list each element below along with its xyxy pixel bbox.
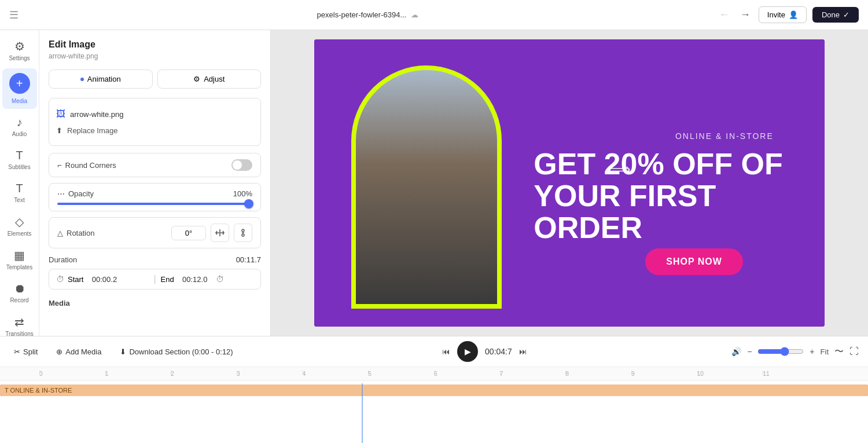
audio-icon: ♪ bbox=[17, 116, 23, 129]
done-label: Done bbox=[822, 10, 840, 19]
ruler-marks: 0 1 2 3 4 5 6 7 8 9 10 11 bbox=[39, 371, 829, 377]
edit-panel: Edit Image arrow-white.png Animation ⚙ A… bbox=[39, 30, 271, 336]
time-divider: | bbox=[153, 274, 156, 284]
tab-animation[interactable]: Animation bbox=[49, 69, 153, 89]
sidebar-item-templates[interactable]: ▦ Templates bbox=[2, 244, 37, 275]
opacity-label: ⋯ Opacity bbox=[57, 189, 94, 198]
rotation-row: △ Rotation bbox=[49, 217, 261, 248]
text-label: Text bbox=[14, 197, 24, 203]
sidebar-item-subtitles[interactable]: T Subtitles bbox=[2, 144, 37, 175]
end-label: End bbox=[161, 275, 174, 284]
timeline-center-controls: ⏮ ▶ 00:04:7 ⏭ bbox=[442, 341, 527, 362]
user-icon: 👤 bbox=[789, 10, 798, 19]
ruler-mark-6: 6 bbox=[434, 371, 500, 377]
sidebar-item-transitions[interactable]: ⇄ Transitions bbox=[2, 310, 37, 336]
sidebar-item-text[interactable]: T Text bbox=[2, 177, 37, 208]
tab-adjust[interactable]: ⚙ Adjust bbox=[157, 69, 262, 89]
ruler-mark-11: 11 bbox=[763, 371, 829, 377]
end-icon: ⏱ bbox=[216, 274, 224, 284]
opacity-row: ⋯ Opacity 100% bbox=[49, 183, 261, 211]
rotation-icon: △ bbox=[57, 229, 63, 237]
flip-horizontal-button[interactable] bbox=[211, 224, 229, 242]
zoom-in-icon: + bbox=[810, 347, 814, 356]
top-bar: ☰ pexels-peter-fowler-6394... ☁ ← → Invi… bbox=[0, 0, 868, 30]
download-label: Download Section (0:00 - 0:12) bbox=[129, 347, 233, 356]
templates-label: Templates bbox=[6, 264, 33, 270]
forward-button[interactable]: → bbox=[738, 6, 753, 23]
flip-vertical-button[interactable] bbox=[234, 224, 252, 242]
end-field: End ⏱ bbox=[161, 274, 253, 284]
panel-title: Edit Image bbox=[49, 39, 261, 50]
back-button[interactable]: ← bbox=[717, 6, 732, 23]
volume-button[interactable]: 🔊 bbox=[731, 347, 741, 356]
rotation-label: △ Rotation bbox=[57, 229, 167, 237]
svg-point-1 bbox=[242, 234, 244, 236]
canvas-frame[interactable]: ONLINE & IN-STORE GET 20% OFF OF YOUR FI… bbox=[314, 39, 825, 327]
download-section-button[interactable]: ⬇ Download Section (0:00 - 0:12) bbox=[115, 345, 237, 358]
start-input[interactable] bbox=[87, 275, 122, 284]
add-media-button[interactable]: ⊕ Add Media bbox=[52, 345, 106, 358]
ruler-mark-10: 10 bbox=[697, 371, 763, 377]
play-button[interactable]: ▶ bbox=[457, 341, 478, 362]
ruler-mark-2: 2 bbox=[171, 371, 237, 377]
split-label: Split bbox=[23, 347, 38, 356]
templates-icon: ▦ bbox=[14, 248, 25, 262]
waveform-button[interactable]: 〜 bbox=[834, 346, 844, 358]
track-label-online: T ONLINE & IN-STORE bbox=[5, 387, 72, 394]
hamburger-icon[interactable]: ☰ bbox=[9, 9, 19, 21]
animation-dot bbox=[80, 78, 84, 81]
transitions-icon: ⇄ bbox=[14, 315, 24, 329]
opacity-slider-thumb[interactable] bbox=[244, 199, 253, 208]
split-icon: ✂ bbox=[14, 347, 20, 356]
timeline: ✂ Split ⊕ Add Media ⬇ Download Section (… bbox=[0, 336, 868, 443]
invite-button[interactable]: Invite 👤 bbox=[759, 6, 807, 23]
panel-tabs: Animation ⚙ Adjust bbox=[49, 69, 261, 89]
sidebar-item-audio[interactable]: ♪ Audio bbox=[2, 111, 37, 142]
track-row-online[interactable]: T ONLINE & IN-STORE bbox=[39, 441, 829, 443]
rotation-input[interactable] bbox=[171, 226, 206, 240]
image-file-icon: 🖼 bbox=[56, 109, 65, 119]
canvas-area: ONLINE & IN-STORE GET 20% OFF OF YOUR FI… bbox=[271, 30, 868, 336]
duration-label: Duration bbox=[49, 255, 77, 264]
subtitles-icon: T bbox=[16, 149, 23, 162]
canvas-headline-text[interactable]: GET 20% OFF OF YOUR FIRST ORDER bbox=[534, 148, 799, 243]
sidebar-item-elements[interactable]: ◇ Elements bbox=[2, 210, 37, 241]
zoom-slider[interactable] bbox=[757, 347, 804, 356]
sidebar-item-settings[interactable]: ⚙ Settings bbox=[2, 35, 37, 66]
duration-value: 00:11.7 bbox=[236, 255, 261, 264]
opacity-slider-track bbox=[57, 203, 252, 205]
end-input[interactable] bbox=[178, 275, 212, 284]
skip-forward-button[interactable]: ⏭ bbox=[519, 347, 527, 356]
top-bar-right: ← → Invite 👤 Done ✓ bbox=[717, 6, 859, 23]
text-icon: T bbox=[16, 182, 23, 195]
elements-label: Elements bbox=[8, 230, 32, 237]
file-name-label: arrow-white.png bbox=[70, 110, 124, 119]
sidebar-item-record[interactable]: ⏺ Record bbox=[2, 277, 37, 308]
canvas-image-frame[interactable] bbox=[340, 54, 559, 312]
main-area: ⚙ Settings + Media ♪ Audio T Subtitles T… bbox=[0, 30, 868, 336]
subtitles-label: Subtitles bbox=[8, 164, 30, 170]
file-item[interactable]: 🖼 arrow-white.png bbox=[56, 105, 253, 123]
ruler-mark-7: 7 bbox=[500, 371, 566, 377]
done-button[interactable]: Done ✓ bbox=[812, 7, 859, 23]
round-corners-label: ⌐ Round Corners bbox=[57, 161, 116, 170]
skip-back-button[interactable]: ⏮ bbox=[442, 347, 450, 356]
ruler-mark-0: 0 bbox=[39, 371, 105, 377]
fullscreen-button[interactable]: ⛶ bbox=[849, 346, 859, 357]
record-label: Record bbox=[10, 297, 28, 303]
track-row-pink-shape[interactable]: 🖼 Image PINK-SHAPE.png bbox=[39, 402, 829, 420]
fit-button[interactable]: Fit bbox=[821, 347, 829, 356]
sidebar-item-media[interactable]: + Media bbox=[2, 68, 37, 109]
canvas-shop-button[interactable]: SHOP NOW bbox=[645, 248, 743, 275]
left-sidebar: ⚙ Settings + Media ♪ Audio T Subtitles T… bbox=[0, 30, 39, 336]
media-plus-icon: + bbox=[9, 73, 30, 94]
start-field: ⏱ Start bbox=[56, 274, 149, 284]
media-label-sidebar: Media bbox=[12, 98, 27, 104]
split-button[interactable]: ✂ Split bbox=[9, 345, 42, 358]
track-row-arrow-white[interactable]: 🖼 Image arrow-white.png bbox=[39, 422, 829, 439]
track-bar-online[interactable]: T ONLINE & IN-STORE bbox=[0, 385, 868, 396]
round-corners-toggle[interactable] bbox=[231, 159, 252, 171]
round-corners-icon: ⌐ bbox=[57, 161, 62, 170]
ruler-mark-9: 9 bbox=[631, 371, 697, 377]
replace-image-button[interactable]: ⬆ Replace Image bbox=[56, 123, 253, 138]
